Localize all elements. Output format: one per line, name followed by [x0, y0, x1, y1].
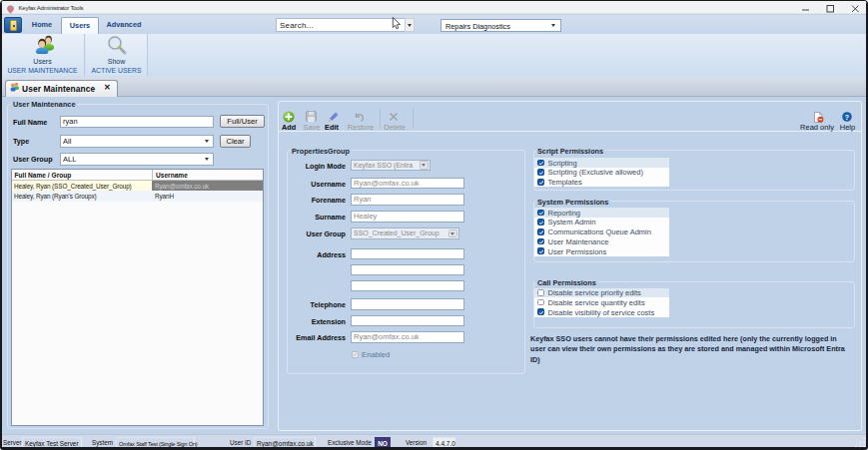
svg-text:?: ? [845, 114, 849, 121]
